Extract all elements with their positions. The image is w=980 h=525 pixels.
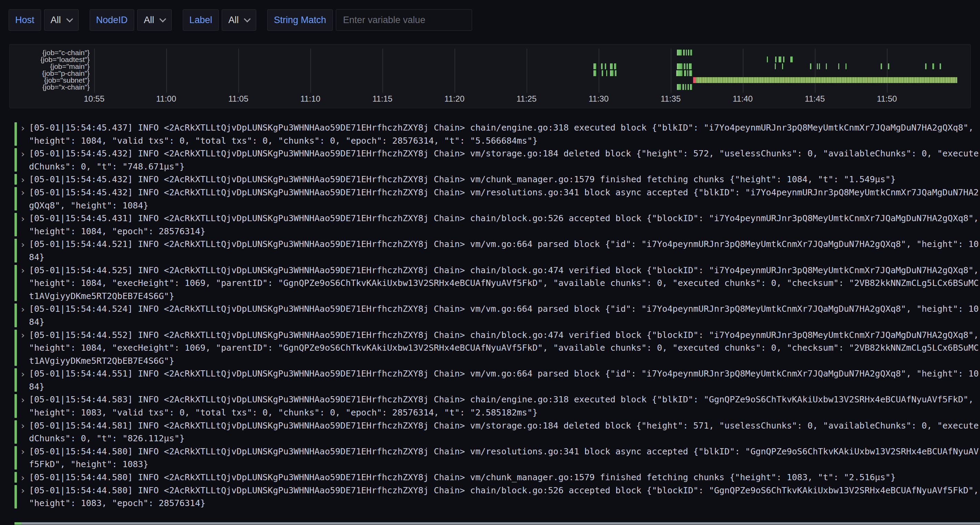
timeline-segment-green [682, 84, 684, 90]
timeline-segment-red [693, 77, 696, 83]
timeline-series-label: {job="x-chain"} [10, 84, 90, 90]
expand-chevron-icon[interactable]: › [20, 121, 25, 134]
log-line-text: [05-01|15:54:45.432] INFO <2AcRkXTLLtQjv… [29, 147, 979, 173]
variable-group-host: HostAll [9, 9, 79, 31]
log-level-indicator-info [14, 368, 17, 392]
log-row[interactable]: ›[05-01|15:54:44.580] INFO <2AcRkXTLLtQj… [9, 471, 980, 484]
timeline-segment-green [683, 49, 685, 56]
timeline-segment-green [593, 63, 596, 69]
expand-chevron-icon[interactable]: › [20, 186, 25, 199]
expand-chevron-icon[interactable]: › [20, 471, 25, 484]
expand-chevron-icon[interactable]: › [20, 303, 25, 316]
timeline-segment-green [601, 63, 603, 69]
chevron-down-icon [66, 16, 73, 22]
log-line-text: [05-01|15:54:44.580] INFO <2AcRkXTLLtQjv… [29, 484, 979, 510]
dashboard-variables-bar: HostAllNodeIDAllLabelAllString MatchEnte… [0, 0, 980, 31]
timeline-segment-green [687, 63, 688, 69]
log-row[interactable]: ›[05-01|15:54:44.525] INFO <2AcRkXTLLtQj… [9, 264, 980, 303]
timeline-segment-green [606, 70, 607, 76]
log-line-text: [05-01|15:54:44.581] INFO <2AcRkXTLLtQjv… [29, 419, 979, 445]
timeline-row [89, 49, 966, 56]
timeline-segment-green [615, 70, 617, 76]
timeline-segment-green [881, 63, 882, 69]
log-level-indicator-info [14, 485, 17, 509]
log-row[interactable]: ›[05-01|15:54:44.580] INFO <2AcRkXTLLtQj… [9, 484, 980, 510]
log-row[interactable]: ›[05-01|15:54:44.552] INFO <2AcRkXTLLtQj… [9, 328, 980, 368]
log-line-text: [05-01|15:54:44.521] INFO <2AcRkXTLLtQjv… [29, 238, 979, 263]
chevron-down-icon [244, 16, 251, 22]
expand-chevron-icon[interactable]: › [20, 264, 25, 277]
variable-label-label: Label [183, 9, 219, 31]
log-row[interactable]: ›[05-01|15:54:45.432] INFO <2AcRkXTLLtQj… [9, 147, 980, 173]
log-level-indicator-info [14, 472, 17, 483]
expand-chevron-icon[interactable]: › [20, 147, 25, 160]
timeline-segment-green [676, 70, 682, 76]
expand-chevron-icon[interactable]: › [20, 212, 25, 225]
timeline-segment-green [614, 63, 616, 69]
variable-label-host: Host [9, 9, 41, 31]
timeline-segment-green [685, 84, 686, 90]
log-level-indicator-info [14, 330, 17, 366]
log-row[interactable]: ›[05-01|15:54:44.521] INFO <2AcRkXTLLtQj… [9, 238, 980, 263]
log-level-indicator-info [14, 239, 17, 262]
log-row[interactable]: ›[05-01|15:54:45.432] INFO <2AcRkXTLLtQj… [9, 186, 980, 212]
log-row[interactable]: ›[05-01|15:54:44.524] INFO <2AcRkXTLLtQj… [9, 303, 980, 328]
timeline-segment-green [687, 84, 689, 90]
timeline-segment-green [810, 63, 811, 69]
expand-chevron-icon[interactable]: › [20, 484, 25, 497]
log-line-text: [05-01|15:54:44.551] INFO <2AcRkXTLLtQjv… [29, 367, 979, 393]
log-row[interactable]: ›[05-01|15:54:45.437] INFO <2AcRkXTLLtQj… [9, 121, 980, 147]
log-level-indicator-info [14, 394, 17, 417]
log-row[interactable]: ›[05-01|15:54:45.431] INFO <2AcRkXTLLtQj… [9, 212, 980, 238]
log-line-text: [05-01|15:54:44.580] INFO <2AcRkXTLLtQjv… [29, 445, 979, 471]
variable-group-string-match: String MatchEnter variable value [267, 9, 472, 31]
log-level-indicator-info [14, 122, 17, 146]
variable-select-nodeid[interactable]: All [137, 9, 172, 31]
x-axis-tick-label: 11:00 [156, 94, 176, 104]
expand-chevron-icon[interactable]: › [20, 367, 25, 380]
log-line-text: [05-01|15:54:44.524] INFO <2AcRkXTLLtQjv… [29, 303, 979, 328]
timeline-series-label: {job="p-chain"} [10, 70, 90, 77]
horizontal-scrollbar[interactable] [21, 522, 980, 525]
log-level-indicator-info [14, 187, 17, 211]
timeline-segment-green [819, 63, 820, 69]
timeline-segment-green [602, 70, 603, 76]
timeline-segment-green [783, 57, 784, 62]
log-line-text: [05-01|15:54:44.583] INFO <2AcRkXTLLtQjv… [29, 393, 979, 419]
variable-label-string-match: String Match [267, 9, 333, 31]
timeline-segment-green [677, 49, 682, 56]
timeline-series-label: {job="c-chain"} [10, 49, 90, 56]
log-row[interactable]: ›[05-01|15:54:45.432] INFO <2AcRkXTLLtQj… [9, 173, 980, 186]
chevron-down-icon [159, 16, 166, 22]
x-axis-tick-label: 11:20 [444, 94, 465, 104]
expand-chevron-icon[interactable]: › [20, 445, 25, 458]
expand-chevron-icon[interactable]: › [20, 238, 25, 251]
timeline-series-label: {job="main"} [10, 63, 90, 70]
variable-select-label[interactable]: All [222, 9, 256, 31]
expand-chevron-icon[interactable]: › [20, 173, 25, 186]
x-axis-tick-label: 11:50 [877, 94, 897, 104]
expand-chevron-icon[interactable]: › [20, 393, 25, 406]
timeline-segment-green [775, 63, 776, 69]
log-row[interactable]: ›[05-01|15:54:44.551] INFO <2AcRkXTLLtQj… [9, 367, 980, 393]
variable-select-host[interactable]: All [44, 9, 79, 31]
expand-chevron-icon[interactable]: › [20, 328, 25, 342]
x-axis-tick-label: 11:40 [733, 94, 753, 104]
log-row[interactable]: ›[05-01|15:54:44.580] INFO <2AcRkXTLLtQj… [9, 445, 980, 471]
partial-next-log-row [0, 522, 980, 525]
log-line-text: [05-01|15:54:44.552] INFO <2AcRkXTLLtQjv… [29, 328, 979, 368]
timeline-row [89, 57, 966, 62]
log-volume-timeline-panel: {job="c-chain"}{job="loadtest"}{job="mai… [9, 44, 971, 108]
log-line-text: [05-01|15:54:45.431] INFO <2AcRkXTLLtQjv… [29, 212, 979, 238]
timeline-segment-green [790, 57, 793, 62]
timeline-segment-green [689, 63, 692, 69]
timeline-plot[interactable] [89, 49, 966, 93]
timeline-series-label: {job="loadtest"} [10, 56, 90, 63]
expand-chevron-icon[interactable]: › [20, 419, 25, 432]
log-line-text: [05-01|15:54:44.525] INFO <2AcRkXTLLtQjv… [29, 264, 979, 303]
log-row[interactable]: ›[05-01|15:54:44.583] INFO <2AcRkXTLLtQj… [9, 393, 980, 419]
log-row[interactable]: ›[05-01|15:54:44.581] INFO <2AcRkXTLLtQj… [9, 419, 980, 445]
timeline-segment-olive [696, 77, 957, 83]
variable-input-string-match[interactable]: Enter variable value [336, 9, 472, 31]
log-line-text: [05-01|15:54:45.437] INFO <2AcRkXTLLtQjv… [29, 121, 979, 147]
